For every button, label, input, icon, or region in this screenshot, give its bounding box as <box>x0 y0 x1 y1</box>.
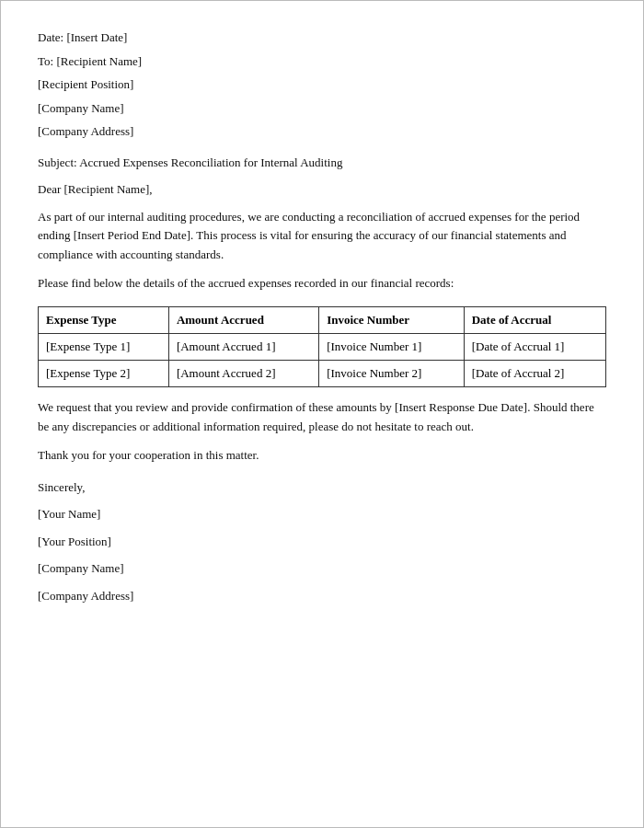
your-position: [Your Position] <box>38 533 606 551</box>
col-header-invoice-number: Invoice Number <box>319 306 465 333</box>
document-page: Date: [Insert Date] To: [Recipient Name]… <box>0 0 644 828</box>
col-header-date-of-accrual: Date of Accrual <box>464 306 605 333</box>
col-header-expense-type: Expense Type <box>39 306 169 333</box>
table-cell: [Date of Accrual 1] <box>464 333 605 360</box>
table-row: [Expense Type 2][Amount Accrued 2][Invoi… <box>39 361 606 387</box>
company-address-header: [Company Address] <box>38 122 606 141</box>
body-paragraph-3: We request that you review and provide c… <box>38 398 606 437</box>
company-name-header: [Company Name] <box>38 99 606 118</box>
closing-section: Sincerely, [Your Name] [Your Position] [… <box>38 478 606 615</box>
salutation: Dear [Recipient Name], <box>38 180 606 199</box>
body-paragraph-2: Please find below the details of the acc… <box>38 274 606 293</box>
to-line: To: [Recipient Name] <box>38 52 606 71</box>
table-cell: [Date of Accrual 2] <box>464 361 605 387</box>
expenses-table-wrapper: Expense Type Amount Accrued Invoice Numb… <box>38 306 606 388</box>
company-address-footer: [Company Address] <box>38 587 606 605</box>
table-cell: [Expense Type 1] <box>39 333 169 360</box>
table-cell: [Amount Accrued 1] <box>168 333 318 360</box>
your-name: [Your Name] <box>38 505 606 523</box>
table-cell: [Invoice Number 1] <box>319 333 465 360</box>
letter-content: Date: [Insert Date] To: [Recipient Name]… <box>38 29 606 799</box>
date-line: Date: [Insert Date] <box>38 29 606 47</box>
table-header-row: Expense Type Amount Accrued Invoice Numb… <box>39 306 606 333</box>
closing-word: Sincerely, <box>38 478 606 497</box>
table-row: [Expense Type 1][Amount Accrued 1][Invoi… <box>39 333 606 360</box>
col-header-amount-accrued: Amount Accrued <box>168 306 318 333</box>
recipient-position: [Recipient Position] <box>38 75 606 94</box>
expenses-table: Expense Type Amount Accrued Invoice Numb… <box>38 306 606 388</box>
body-paragraph-1: As part of our internal auditing procedu… <box>38 208 606 265</box>
company-name-footer: [Company Name] <box>38 559 606 578</box>
table-cell: [Amount Accrued 2] <box>168 361 318 387</box>
table-cell: [Invoice Number 2] <box>319 361 465 387</box>
subject-line: Subject: Accrued Expenses Reconciliation… <box>38 154 606 172</box>
table-cell: [Expense Type 2] <box>39 361 169 387</box>
body-paragraph-4: Thank you for your cooperation in this m… <box>38 446 606 466</box>
